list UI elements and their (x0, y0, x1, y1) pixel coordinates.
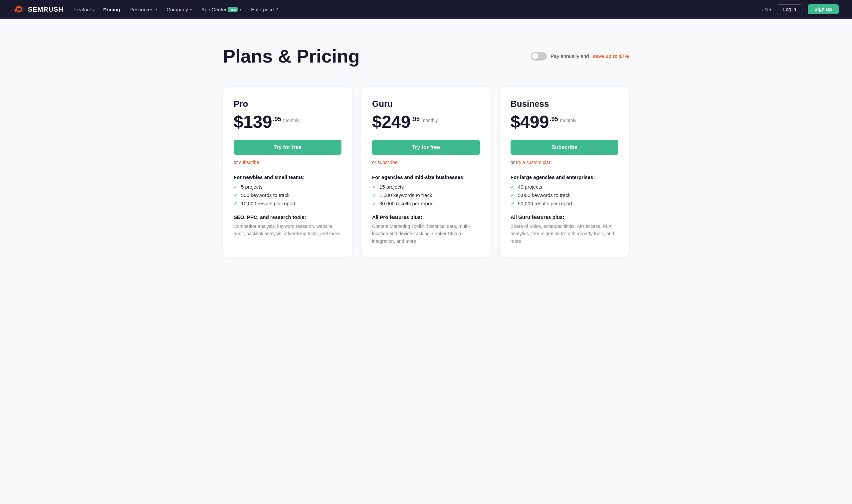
page-title: Plans & Pricing (223, 45, 360, 67)
check-icon: ✓ (234, 184, 237, 190)
list-item: ✓500 keywords to track (234, 192, 341, 198)
list-item: ✓1,500 keywords to track (372, 192, 480, 198)
login-button[interactable]: Log In (777, 4, 802, 14)
billing-toggle-row: Pay annually and save up to 17% (531, 52, 629, 60)
nav-app-center[interactable]: App Center new ▾ (201, 7, 242, 12)
guru-cta-button[interactable]: Try for free (372, 140, 480, 155)
main-content: Plans & Pricing Pay annually and save up… (210, 19, 642, 277)
guru-extras-desc: Content Marketing Toolkit, historical da… (372, 222, 480, 245)
plan-name-guru: Guru (372, 99, 480, 109)
logo[interactable]: SEMRUSH (13, 5, 64, 14)
plan-price-main-business: $499 (511, 113, 549, 130)
list-item: ✓10,000 results per report (234, 201, 341, 206)
save-percentage-text: save up to 17% (593, 53, 629, 59)
business-features-list: ✓40 projects ✓5,000 keywords to track ✓5… (511, 184, 618, 206)
company-chevron-icon: ▾ (190, 7, 192, 12)
pro-alt-text: or subscribe (234, 160, 341, 165)
pro-subscribe-link[interactable]: subscribe (239, 160, 259, 165)
list-item: ✓40 projects (511, 184, 618, 190)
list-item: ✓5,000 keywords to track (511, 192, 618, 198)
plan-name-pro: Pro (234, 99, 341, 109)
plan-price-main-guru: $249 (372, 113, 411, 130)
business-extras-desc: Share of Voice, extended limits, API acc… (511, 222, 618, 245)
business-desc-title: For large agencies and enterprises: (511, 174, 618, 180)
guru-features-list: ✓15 projects ✓1,500 keywords to track ✓3… (372, 184, 480, 206)
plan-price-period-business: monthly (560, 118, 576, 123)
check-icon: ✓ (372, 193, 376, 198)
main-nav: SEMRUSH Features Pricing Resources ▾ Com… (0, 0, 852, 19)
check-icon: ✓ (372, 184, 376, 190)
plan-price-main-pro: $139 (234, 113, 272, 130)
semrush-logo-icon (13, 5, 25, 14)
plan-price-period-guru: monthly (422, 118, 438, 123)
plan-price-cents-business: .95 (550, 116, 558, 123)
check-icon: ✓ (511, 201, 515, 206)
business-custom-plan-link[interactable]: try a custom plan (516, 160, 551, 165)
signup-button[interactable]: Sign Up (808, 4, 839, 14)
guru-desc-title: For agencies and mid-size businesses: (372, 174, 480, 180)
nav-company[interactable]: Company ▾ (167, 7, 192, 12)
guru-extras-title: All Pro features plus: (372, 214, 480, 220)
guru-subscribe-link[interactable]: subscribe (377, 160, 397, 165)
check-icon: ✓ (511, 184, 515, 190)
plan-price-period-pro: monthly (283, 118, 300, 123)
plan-price-row-business: $499 .95 monthly (511, 113, 618, 130)
pro-features-list: ✓5 projects ✓500 keywords to track ✓10,0… (234, 184, 341, 206)
check-icon: ✓ (372, 201, 376, 206)
plan-card-guru: Guru $249 .95 monthly Try for free or su… (361, 87, 491, 257)
plan-price-row-guru: $249 .95 monthly (372, 113, 480, 130)
list-item: ✓30,000 results per report (372, 201, 480, 206)
app-center-chevron-icon: ▾ (239, 7, 242, 12)
check-icon: ✓ (511, 193, 515, 198)
plan-price-cents-pro: .95 (273, 116, 281, 123)
annual-billing-toggle[interactable] (531, 52, 547, 60)
plan-price-row-pro: $139 .95 monthly (234, 113, 341, 130)
billing-toggle-text: Pay annually and (551, 53, 589, 59)
list-item: ✓50,000 results per report (511, 201, 618, 206)
pro-extras-title: SEO, PPC, and research tools: (234, 214, 341, 220)
plan-price-cents-guru: .95 (411, 116, 420, 123)
pricing-header: Plans & Pricing Pay annually and save up… (223, 45, 629, 67)
business-cta-button[interactable]: Subscribe (511, 140, 618, 155)
guru-alt-text: or subscribe (372, 160, 480, 165)
check-icon: ✓ (234, 193, 237, 198)
pro-desc-title: For newbies and small teams: (234, 174, 341, 180)
lang-chevron-icon: ▾ (769, 7, 771, 12)
plan-card-pro: Pro $139 .95 monthly Try for free or sub… (223, 87, 352, 257)
list-item: ✓15 projects (372, 184, 480, 190)
nav-links: Features Pricing Resources ▾ Company ▾ A… (74, 7, 751, 12)
nav-resources[interactable]: Resources ▾ (129, 7, 157, 12)
enterprise-external-icon: ↗ (275, 7, 279, 12)
app-center-badge: new (228, 7, 237, 12)
pro-extras-desc: Competitor analysis, keyword research, w… (234, 222, 341, 237)
nav-features[interactable]: Features (74, 7, 94, 12)
plan-card-business: Business $499 .95 monthly Subscribe or t… (500, 87, 629, 257)
check-icon: ✓ (234, 201, 237, 206)
nav-enterprise[interactable]: Enterprise ↗ (251, 7, 278, 12)
language-selector[interactable]: EN ▾ (762, 7, 771, 12)
plans-grid: Pro $139 .95 monthly Try for free or sub… (223, 87, 629, 257)
plan-name-business: Business (511, 99, 618, 109)
business-alt-text: or try a custom plan (511, 160, 618, 165)
business-extras-title: All Guru features plus: (511, 214, 618, 220)
nav-right: EN ▾ Log In Sign Up (762, 4, 839, 14)
pro-cta-button[interactable]: Try for free (234, 140, 341, 155)
list-item: ✓5 projects (234, 184, 341, 190)
nav-pricing[interactable]: Pricing (103, 7, 120, 12)
resources-chevron-icon: ▾ (156, 7, 157, 12)
